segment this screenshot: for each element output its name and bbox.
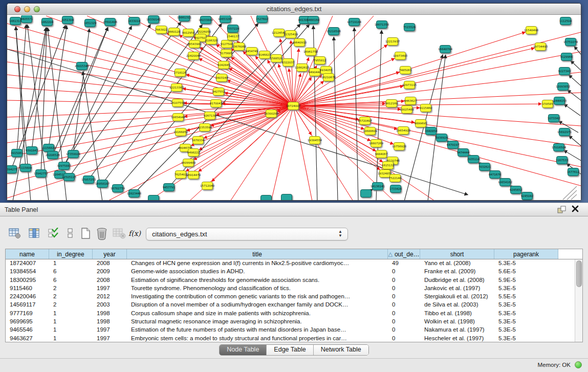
- cell-name[interactable]: 14569117: [6, 301, 49, 309]
- table-settings-icon[interactable]: [8, 227, 21, 240]
- graph-node[interactable]: 19384554: [308, 137, 322, 144]
- cell-year[interactable]: 1998: [93, 318, 127, 326]
- column-header-out_de[interactable]: △out_de…: [388, 249, 420, 259]
- graph-node[interactable]: 17016504: [552, 144, 566, 151]
- graph-node[interactable]: 17957253: [81, 176, 96, 184]
- graph-node[interactable]: 10653287: [218, 15, 232, 23]
- graph-node[interactable]: 8186328: [205, 37, 218, 45]
- graph-node[interactable]: 11548498: [524, 27, 538, 34]
- cell-in-degree[interactable]: 1: [49, 259, 93, 268]
- cell-short[interactable]: Tibbo et al. (1998): [420, 310, 494, 318]
- graph-node[interactable]: 1615132: [382, 162, 395, 169]
- cell-name[interactable]: 9699695: [6, 318, 49, 326]
- graph-node[interactable]: 20206526: [46, 151, 60, 159]
- select-columns-icon[interactable]: [28, 227, 41, 240]
- table-row[interactable]: 1872400712008Changes of HCN gene express…: [6, 259, 582, 268]
- cell-short[interactable]: Franke et al. (2009): [420, 268, 494, 276]
- cell-out-degree[interactable]: 0: [388, 310, 420, 318]
- graph-node[interactable]: 16543982: [187, 40, 202, 48]
- graph-node[interactable]: 16961758: [303, 48, 318, 56]
- graph-node[interactable]: 3175685: [220, 50, 233, 57]
- graph-node[interactable]: 159585: [542, 100, 553, 108]
- cell-name[interactable]: 9463627: [6, 335, 49, 342]
- row-selection-icon[interactable]: [47, 227, 60, 240]
- graph-node[interactable]: 19166852: [173, 128, 188, 136]
- graph-node[interactable]: 16210676: [321, 74, 336, 81]
- cell-year[interactable]: 1997: [93, 285, 127, 293]
- graph-node[interactable]: 3915061: [11, 149, 24, 157]
- cell-year[interactable]: 2008: [93, 276, 127, 285]
- graph-node[interactable]: 10025488: [400, 106, 414, 114]
- cell-title[interactable]: Corpus callosum shape and size in male p…: [127, 310, 388, 318]
- cell-year[interactable]: 1997: [93, 326, 127, 334]
- graph-node[interactable]: 18640910: [292, 39, 307, 47]
- cell-in-degree[interactable]: 6: [49, 276, 93, 285]
- cell-in-degree[interactable]: 1: [49, 335, 93, 342]
- graph-node[interactable]: 9660128: [168, 28, 181, 36]
- graph-node[interactable]: 10654948: [171, 114, 185, 121]
- graph-node[interactable]: [281, 194, 292, 201]
- cell-title[interactable]: Investigating the contribution of common…: [127, 293, 388, 301]
- graph-node[interactable]: 11156829: [41, 144, 56, 152]
- cell-pagerank[interactable]: 5.3E-5: [494, 335, 558, 342]
- vertical-scrollbar[interactable]: [575, 259, 582, 342]
- cell-title[interactable]: Structural magnetic resonance image aver…: [127, 318, 388, 326]
- graph-node[interactable]: 9242845: [217, 61, 230, 69]
- table-row[interactable]: 911546021997Tourette syndrome. Phenomeno…: [6, 285, 582, 293]
- graph-node[interactable]: 9245042: [521, 192, 534, 200]
- graph-node[interactable]: 7515526: [403, 24, 416, 31]
- cell-title[interactable]: Changes of HCN gene expression and I(f) …: [127, 259, 388, 268]
- cell-in-degree[interactable]: 2: [49, 301, 93, 309]
- graph-node[interactable]: 22420046: [186, 52, 201, 60]
- cell-pagerank[interactable]: 5.6E-5: [494, 268, 558, 276]
- cell-short[interactable]: Stergiakouli et al. (2012): [420, 293, 494, 301]
- cell-out-degree[interactable]: 0: [388, 318, 420, 326]
- new-table-icon[interactable]: [79, 227, 92, 240]
- graph-node[interactable]: 2718126: [174, 69, 187, 77]
- cell-pagerank[interactable]: 5.3E-5: [494, 259, 558, 268]
- cell-out-degree[interactable]: 0: [388, 293, 420, 301]
- graph-node[interactable]: 19654923: [396, 127, 410, 135]
- graph-node[interactable]: 15692971: [557, 128, 572, 136]
- graph-node[interactable]: 10973493: [393, 52, 407, 60]
- network-canvas[interactable]: 1872400776638229660128991295413226058992…: [7, 15, 581, 201]
- cell-out-degree[interactable]: 49: [388, 259, 420, 268]
- graph-node[interactable]: 1851329: [84, 19, 97, 27]
- column-header-short[interactable]: short: [420, 249, 494, 259]
- graph-node[interactable]: 12213937: [385, 38, 400, 46]
- graph-node[interactable]: 11662615: [295, 64, 309, 72]
- cell-year[interactable]: 1997: [93, 335, 127, 342]
- merge-rows-icon[interactable]: [63, 227, 77, 240]
- cell-name[interactable]: 19384554: [6, 268, 49, 276]
- graph-node[interactable]: 23015346: [75, 62, 89, 70]
- cell-year[interactable]: 1998: [93, 310, 127, 318]
- graph-node[interactable]: 9466160: [307, 16, 320, 24]
- cell-title[interactable]: Estimation of the future numbers of pati…: [127, 326, 388, 334]
- graph-node[interactable]: 11325419: [284, 31, 298, 38]
- graph-node[interactable]: 7955812: [314, 57, 326, 64]
- cell-pagerank[interactable]: 5.3E-5: [494, 301, 558, 309]
- scrollbar-thumb[interactable]: [576, 260, 582, 287]
- cell-short[interactable]: Dudbridge et al. (2008): [420, 276, 494, 285]
- graph-node[interactable]: 14136141: [371, 183, 385, 190]
- graph-node[interactable]: 32975887: [57, 162, 71, 170]
- graph-node[interactable]: 9129966: [560, 53, 573, 61]
- graph-node[interactable]: 9391847: [26, 147, 38, 155]
- cell-out-degree[interactable]: 0: [388, 276, 420, 285]
- graph-node[interactable]: 1833014: [128, 17, 141, 25]
- cell-out-degree[interactable]: 0: [388, 326, 420, 334]
- graph-node[interactable]: 1546137: [227, 33, 239, 40]
- graph-node[interactable]: 12823448: [127, 190, 141, 198]
- graph-node[interactable]: 9170043: [210, 100, 223, 107]
- graph-node[interactable]: 7663822: [155, 26, 168, 34]
- cell-out-degree[interactable]: 0: [388, 268, 420, 276]
- graph-node[interactable]: 16099489: [181, 159, 195, 167]
- graph-node[interactable]: 16648784: [438, 46, 452, 53]
- cell-short[interactable]: Wolkin et al. (1998): [420, 318, 494, 326]
- graph-node[interactable]: 17359924: [66, 150, 80, 158]
- table-row[interactable]: 1830029562008Estimation of significance …: [6, 276, 582, 285]
- tab-edge-table[interactable]: Edge Table: [267, 345, 313, 355]
- cell-out-degree[interactable]: 0: [388, 285, 420, 293]
- graph-node[interactable]: 9267130: [204, 112, 216, 120]
- graph-node[interactable]: 9884067: [375, 150, 388, 158]
